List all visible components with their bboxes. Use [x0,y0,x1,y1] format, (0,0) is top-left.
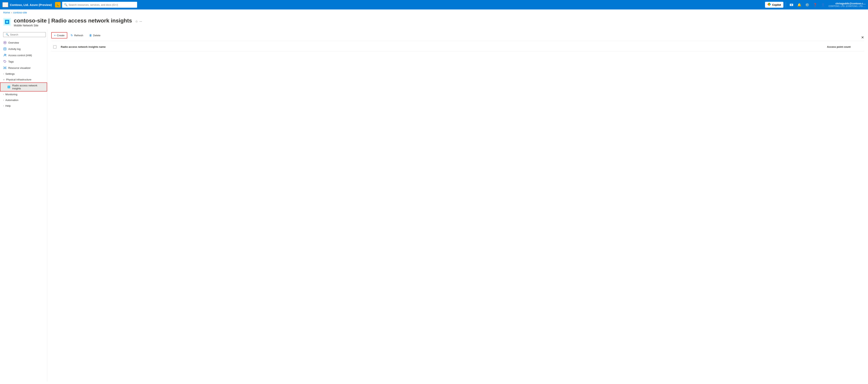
sidebar-group-settings[interactable]: › Settings [0,71,47,77]
sidebar-group-monitoring[interactable]: › Monitoring [0,92,47,97]
automation-chevron-icon: › [3,99,4,101]
sidebar-group-help-label: Help [5,104,44,107]
sidebar-item-activity-log[interactable]: Activity log [0,46,47,52]
delete-button[interactable]: 🗑 Delete [87,32,103,38]
breadcrumb-site[interactable]: contoso-site [13,11,27,14]
page-title: contoso-site | Radio access network insi… [14,18,142,24]
sidebar-search-box[interactable]: 🔍 [3,32,46,37]
create-label: Create [57,34,64,37]
overview-icon [3,41,7,44]
sidebar-item-activity-log-label: Activity log [8,47,44,51]
delete-icon: 🗑 [89,34,92,37]
svg-rect-27 [8,86,10,88]
more-options-button[interactable]: ··· [140,20,142,23]
delete-label: Delete [93,34,101,37]
copilot-icon [767,3,771,7]
svg-point-2 [768,3,770,4]
favorite-button[interactable]: ☆ [135,20,138,23]
refresh-button[interactable]: ↻ Refresh [68,32,86,38]
page-title-pipe: | [48,18,51,24]
sidebar-item-overview[interactable]: Overview [0,39,47,46]
svg-point-15 [4,61,5,61]
content-area: + Create ↻ Refresh 🗑 Delete Radio access… [48,29,868,381]
breadcrumb-separator: › [11,11,12,14]
sidebar-group-automation-label: Automation [5,99,44,102]
global-search-box[interactable]: 🔍 [62,2,137,8]
resource-icon [3,18,11,26]
refresh-label: Refresh [74,34,83,37]
user-profile-button[interactable]: 👤 [820,2,826,7]
svg-rect-10 [4,48,6,50]
page-title-main: Radio access network insights [51,18,132,24]
sidebar-group-physical-infrastructure[interactable]: ∨ Physical infrastructure [0,77,47,83]
main-layout: 🔍 ◁ ≪ Overview Activity log Access contr… [0,29,868,381]
toolbar: + Create ↻ Refresh 🗑 Delete [51,32,864,41]
user-info: chrisqpublic@contoso.c.... CONTOSO, LTD.… [829,2,866,7]
copilot-button[interactable]: Copilot [765,2,783,8]
user-org: CONTOSO, LTD. (CONTOSO, LTD..... [829,5,866,7]
user-name: chrisqpublic@contoso.c.... [835,2,866,5]
activity-log-icon [3,47,7,51]
sidebar-search-input[interactable] [10,33,43,36]
search-icon: 🔍 [64,3,67,6]
hamburger-menu[interactable] [2,2,8,7]
refresh-icon: ↻ [71,34,73,37]
settings-chevron-icon: › [3,73,4,75]
sidebar-search-icon: 🔍 [6,33,9,36]
sidebar-item-overview-label: Overview [8,41,44,44]
svg-line-24 [5,68,6,69]
topbar: Contoso, Ltd. Azure (Preview) 🐛 🔍 Copilo… [0,0,868,9]
physical-infrastructure-chevron-icon: ∨ [3,78,4,81]
svg-line-21 [4,67,5,68]
svg-line-23 [4,68,5,69]
global-search-input[interactable] [69,3,135,6]
sidebar-item-access-control-label: Access control (IAM) [8,54,44,57]
page-header-text: contoso-site | Radio access network insi… [14,18,142,27]
page-subtitle: Mobile Network Site [14,24,142,27]
ran-insights-icon [7,85,11,89]
breadcrumb: Home › contoso-site [0,9,868,15]
sidebar-item-ran-insights-label: Radio access network insights [12,84,44,90]
sidebar-item-tags[interactable]: Tags [0,58,47,65]
sidebar-item-ran-insights[interactable]: Radio access network insights [0,83,47,92]
table-header: Radio access network insights name Acces… [51,44,864,51]
tags-icon [3,60,7,63]
sidebar-item-access-control[interactable]: Access control (IAM) [0,52,47,58]
page-header: contoso-site | Radio access network insi… [0,15,868,29]
sidebar: 🔍 ◁ ≪ Overview Activity log Access contr… [0,29,48,381]
create-icon: + [54,34,56,37]
monitoring-chevron-icon: › [3,93,4,95]
access-control-icon [3,54,7,57]
svg-rect-7 [6,21,8,23]
page-title-prefix: contoso-site [14,18,46,24]
close-button[interactable]: ✕ [861,35,864,40]
create-button[interactable]: + Create [51,32,67,38]
sidebar-item-tags-label: Tags [8,60,44,63]
svg-point-8 [4,42,5,43]
table-col-header-count[interactable]: Access point count [825,44,864,50]
breadcrumb-home[interactable]: Home [3,11,10,14]
sidebar-group-automation[interactable]: › Automation [0,97,47,103]
select-all-checkbox[interactable] [53,45,56,49]
resource-visualizer-icon [3,66,7,70]
table-empty-state [51,51,864,67]
copilot-label: Copilot [772,3,781,6]
sidebar-item-resource-visualizer[interactable]: Resource visualizer [0,65,47,71]
sidebar-group-monitoring-label: Monitoring [5,93,44,96]
feedback-button[interactable]: 📧 [788,2,795,7]
settings-button[interactable]: ⚙️ [804,2,810,7]
help-chevron-icon: › [3,105,4,107]
app-title: Contoso, Ltd. Azure (Preview) [10,3,52,6]
svg-line-22 [5,67,6,68]
sidebar-group-physical-infrastructure-label: Physical infrastructure [6,78,44,81]
notifications-button[interactable]: 🔔 [796,2,803,7]
table-col-header-name[interactable]: Radio access network insights name [58,44,825,50]
svg-point-3 [768,4,770,6]
svg-point-13 [4,54,5,55]
bug-icon: 🐛 [55,2,61,7]
help-button[interactable]: ❓ [812,2,818,7]
sidebar-item-resource-visualizer-label: Resource visualizer [8,66,44,69]
table-select-all-col[interactable] [51,45,58,49]
table-container: Radio access network insights name Acces… [51,44,864,67]
sidebar-group-help[interactable]: › Help [0,103,47,109]
